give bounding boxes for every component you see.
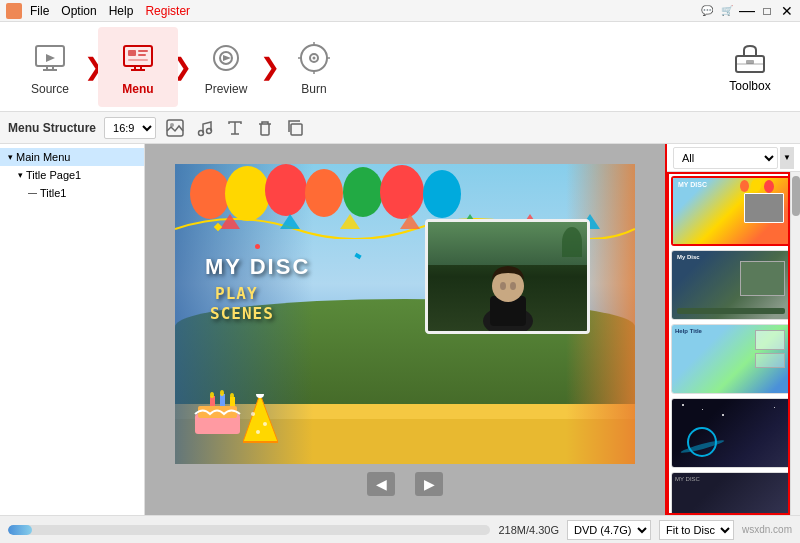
svg-marker-20 [220, 214, 240, 229]
title-bar: File Option Help Register 💬 🛒 — □ ✕ [0, 0, 800, 22]
fit-select[interactable]: Fit to Disc Auto Fill [659, 520, 734, 540]
svg-point-39 [263, 422, 267, 426]
svg-point-34 [230, 393, 234, 399]
canvas-navigation: ◀ ▶ [367, 472, 443, 496]
menu-option[interactable]: Option [61, 4, 96, 18]
toolbar-source[interactable]: Source [10, 27, 90, 107]
disc-scenes-text: SCENES [210, 304, 274, 323]
disc-type-select[interactable]: DVD (4.7G) BD (25G) [567, 520, 651, 540]
video-thumbnail [425, 219, 590, 334]
svg-point-17 [207, 128, 212, 133]
scrollbar-thumb [792, 176, 800, 216]
filter-arrow-icon: ▼ [780, 147, 794, 169]
tree-item-main-menu[interactable]: ▾ Main Menu [0, 148, 144, 166]
sub-toolbar: Menu Structure 16:9 4:3 [0, 112, 800, 144]
burn-icon [294, 38, 334, 78]
file-size-text: 218M/4.30G [498, 524, 559, 536]
canvas-area: MY DISC PLAY SCENES [145, 144, 665, 515]
svg-rect-3 [138, 50, 148, 52]
svg-rect-5 [128, 59, 148, 61]
svg-marker-21 [280, 214, 300, 229]
svg-point-32 [210, 392, 214, 398]
menu-help[interactable]: Help [109, 4, 134, 18]
image-icon[interactable] [164, 117, 186, 139]
left-panel: ▾ Main Menu ▾ Title Page1 — Title1 [0, 144, 145, 515]
nav-back-button[interactable]: ◀ [367, 472, 395, 496]
burn-label: Burn [301, 82, 326, 96]
menu-label: Menu [122, 82, 153, 96]
template-item-1[interactable]: MY DISC [671, 176, 790, 246]
music-icon[interactable] [194, 117, 216, 139]
toolbar-menu[interactable]: Menu [98, 27, 178, 107]
svg-marker-23 [400, 214, 420, 229]
toolbox-label: Toolbox [729, 79, 770, 93]
svg-marker-35 [243, 394, 278, 442]
right-panel-header: All Nature Party Sport Wedding ▼ [667, 144, 800, 172]
svg-point-10 [313, 56, 316, 59]
menu-structure-label: Menu Structure [8, 121, 96, 135]
source-label: Source [31, 82, 69, 96]
close-button[interactable]: ✕ [780, 4, 794, 18]
template-item-4[interactable] [671, 398, 790, 468]
svg-rect-2 [128, 50, 136, 56]
title-bar-controls: 💬 🛒 — □ ✕ [700, 4, 794, 18]
svg-point-16 [199, 130, 204, 135]
status-info: 218M/4.30G DVD (4.7G) BD (25G) Fit to Di… [498, 520, 792, 540]
right-panel: All Nature Party Sport Wedding ▼ MY DISC [665, 144, 800, 515]
minimize-button[interactable]: — [740, 4, 754, 18]
progress-bar [8, 525, 490, 535]
svg-rect-19 [291, 124, 302, 135]
text-icon[interactable] [224, 117, 246, 139]
right-panel-scrollbar[interactable] [790, 172, 800, 515]
svg-point-33 [220, 390, 224, 396]
template-item-2[interactable]: My Disc [671, 250, 790, 320]
app-logo [6, 3, 22, 19]
title-bar-left: File Option Help Register [6, 3, 190, 19]
preview-icon [206, 38, 246, 78]
copy-icon[interactable] [284, 117, 306, 139]
status-bar: 218M/4.30G DVD (4.7G) BD (25G) Fit to Di… [0, 515, 800, 543]
menu-file[interactable]: File [30, 4, 49, 18]
svg-point-44 [500, 282, 506, 290]
menu-register[interactable]: Register [145, 4, 190, 18]
menu-icon [118, 38, 158, 78]
ratio-select[interactable]: 16:9 4:3 [104, 117, 156, 139]
main-content: ▾ Main Menu ▾ Title Page1 — Title1 [0, 144, 800, 515]
canvas-preview[interactable]: MY DISC PLAY SCENES [175, 164, 635, 464]
svg-marker-22 [340, 214, 360, 229]
svg-rect-1 [124, 46, 152, 66]
template-filter-select[interactable]: All Nature Party Sport Wedding [673, 147, 778, 169]
svg-rect-12 [746, 60, 754, 64]
progress-fill [8, 525, 32, 535]
disc-play-text: PLAY [215, 284, 258, 303]
tree-item-title1[interactable]: — Title1 [0, 184, 144, 202]
template-item-5[interactable]: MY DISC ↓ [671, 472, 790, 515]
watermark-text: wsxdn.com [742, 524, 792, 535]
nav-forward-button[interactable]: ▶ [415, 472, 443, 496]
tree-item-title-page1[interactable]: ▾ Title Page1 [0, 166, 144, 184]
template-list: MY DISC My Disc [667, 172, 790, 515]
source-icon [30, 38, 70, 78]
main-toolbar: Source ❯ Menu ❯ Previe [0, 22, 800, 112]
svg-point-40 [256, 430, 260, 434]
svg-point-45 [510, 282, 516, 290]
cart-icon[interactable]: 🛒 [720, 4, 734, 18]
toolbar-burn[interactable]: Burn [274, 27, 354, 107]
template-item-3[interactable]: Help Title [671, 324, 790, 394]
svg-point-37 [256, 394, 264, 398]
toolbox-icon [732, 40, 768, 79]
toolbar-preview[interactable]: Preview [186, 27, 266, 107]
svg-rect-28 [198, 406, 237, 418]
svg-rect-4 [138, 54, 146, 56]
disc-title-text: MY DISC [205, 254, 310, 280]
menu-bar: File Option Help Register [30, 4, 190, 18]
delete-icon[interactable] [254, 117, 276, 139]
preview-label: Preview [205, 82, 248, 96]
svg-point-38 [251, 412, 255, 416]
maximize-button[interactable]: □ [760, 4, 774, 18]
toolbar-toolbox[interactable]: Toolbox [710, 27, 790, 107]
message-icon[interactable]: 💬 [700, 4, 714, 18]
